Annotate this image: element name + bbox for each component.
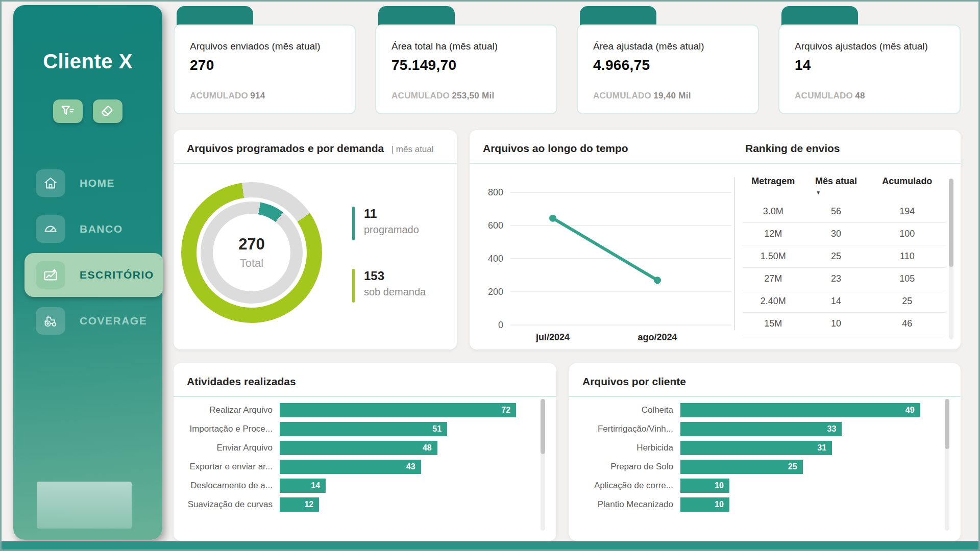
sidebar-item-banco[interactable]: BANCO: [36, 213, 149, 245]
line-series[interactable]: [553, 218, 657, 281]
bar-row: Preparo de Solo25: [582, 460, 938, 474]
donut-chart[interactable]: 270 Total: [181, 182, 322, 323]
table-cell: 56: [803, 206, 868, 217]
panel-header: Arquivos ao longo do tempo Ranking de en…: [470, 130, 961, 164]
kpi-value: 4.966,75: [593, 57, 743, 73]
scrollbar-thumb[interactable]: [541, 399, 545, 454]
bar[interactable]: 49: [680, 403, 920, 417]
bar-category-label: Plantio Mecanizado: [582, 499, 680, 510]
bar-plot-area: 31: [680, 441, 938, 455]
table-cell: 105: [869, 273, 946, 284]
bar[interactable]: 31: [680, 441, 832, 455]
column-header[interactable]: Metragem: [743, 176, 803, 187]
sidebar-item-coverage[interactable]: COVERAGE: [36, 305, 149, 337]
y-tick-label: 200: [488, 287, 503, 297]
bar[interactable]: 43: [280, 460, 421, 474]
scrollbar-thumb[interactable]: [945, 399, 949, 449]
bar-row: Enviar Arquivo48: [187, 441, 534, 455]
eraser-icon: [100, 104, 115, 119]
panel-title: Arquivos ao longo do tempo: [483, 142, 628, 154]
clear-filters-button[interactable]: [93, 99, 122, 123]
panel-header: Atividades realizadas: [174, 363, 556, 397]
bar-category-label: Herbicida: [582, 443, 680, 453]
bar[interactable]: 25: [680, 460, 803, 474]
home-icon: [36, 169, 65, 197]
kpi-accumulated: ACUMULADO253,50 Mil: [391, 91, 541, 101]
bar-value-label: 33: [827, 424, 836, 434]
kpi-label: Arquivos enviados (mês atual): [190, 41, 339, 52]
bar-plot-area: 14: [280, 479, 534, 493]
bar-value-label: 43: [406, 462, 415, 471]
kpi-card: Arquivos ajustados (mês atual) 14 ACUMUL…: [778, 24, 961, 114]
table-cell: 23: [803, 273, 868, 284]
bar-value-label: 10: [715, 481, 724, 490]
table-cell: 27M: [743, 273, 803, 284]
bar[interactable]: 33: [680, 422, 842, 436]
table-cell: 15M: [743, 318, 803, 329]
bar-plot-area: 43: [280, 460, 534, 474]
bar-row: Plantio Mecanizado10: [582, 497, 938, 512]
table-cell: 25: [869, 296, 946, 307]
bar[interactable]: 48: [280, 441, 437, 455]
sidebar-item-home[interactable]: HOME: [36, 167, 149, 199]
bar-value-label: 49: [905, 406, 915, 415]
line-chart[interactable]: 8006004002000jul/2024ago/2024: [479, 173, 737, 344]
bar[interactable]: 10: [680, 497, 729, 512]
ranking-scrollbar: [949, 179, 953, 339]
bar[interactable]: 72: [280, 403, 516, 417]
table-row[interactable]: 15M1046: [743, 313, 946, 335]
bar[interactable]: 12: [280, 497, 319, 512]
table-cell: 194: [869, 206, 946, 217]
legend-item-programado[interactable]: 11 programado: [352, 207, 426, 240]
table-row[interactable]: 12M30100: [743, 223, 946, 245]
bar-value-label: 12: [304, 500, 313, 509]
kpi-accumulated: ACUMULADO48: [795, 91, 944, 101]
legend-value: 11: [364, 207, 419, 221]
table-row[interactable]: 3.0M56194: [743, 201, 946, 223]
legend-item-sob-demanda[interactable]: 153 sob demanda: [352, 269, 426, 303]
bar[interactable]: 10: [680, 479, 729, 493]
bar[interactable]: 51: [280, 422, 447, 436]
bar[interactable]: 14: [280, 479, 326, 493]
bar-row: Fertirrigação/Vinh...33: [582, 422, 938, 436]
donut-total-value: 270: [238, 235, 265, 254]
activities-bar-chart: Realizar Arquivo72Importação e Proce...5…: [187, 403, 534, 516]
sidebar-item-escritorio[interactable]: ESCRITÓRIO: [24, 253, 163, 297]
bar-category-label: Aplicação de corre...: [582, 481, 680, 491]
panel-title: Atividades realizadas: [187, 375, 296, 387]
table-cell: 3.0M: [743, 206, 803, 217]
bar-category-label: Deslocamento de a...: [187, 481, 280, 491]
y-tick-label: 400: [488, 254, 503, 264]
kpi-card: Área total ha (mês atual) 75.149,70 ACUM…: [375, 24, 557, 114]
legend-label: programado: [364, 224, 419, 236]
data-point[interactable]: [654, 277, 661, 284]
ranking-table: MetragemMês atualAcumulado ▼ 3.0M5619412…: [743, 176, 946, 335]
filter-button[interactable]: [53, 99, 83, 123]
table-row[interactable]: 2.40M1425: [743, 290, 946, 313]
panel-divider: [734, 177, 735, 330]
y-tick-label: 0: [498, 320, 503, 330]
table-row[interactable]: 1.50M25110: [743, 245, 946, 268]
table-cell: 2.40M: [743, 296, 803, 307]
column-header[interactable]: Mês atual: [803, 176, 868, 187]
chart-icon: [36, 261, 65, 289]
sidebar-nav: HOME BANCO ESCRITÓRIO: [13, 167, 162, 337]
sort-descending-icon[interactable]: ▼: [816, 190, 821, 195]
ranking-title: Ranking de envios: [745, 142, 840, 155]
panel-subtitle: | mês atual: [391, 144, 434, 154]
column-header[interactable]: Acumulado: [869, 176, 946, 187]
clients-bar-chart: Colheita49Fertirrigação/Vinh...33Herbici…: [582, 403, 938, 516]
bar-row: Suavização de curvas12: [187, 497, 534, 512]
data-point[interactable]: [549, 215, 556, 222]
kpi-area-total: Área total ha (mês atual) 75.149,70 ACUM…: [375, 6, 557, 114]
bar-row: Deslocamento de a...14: [187, 479, 534, 493]
gauge-icon: [36, 215, 65, 243]
kpi-card: Área ajustada (mês atual) 4.966,75 ACUMU…: [577, 24, 759, 114]
table-row[interactable]: 27M23105: [743, 268, 946, 290]
panel-arquivos-cliente: Arquivos por cliente Colheita49Fertirrig…: [569, 363, 961, 541]
table-cell: 1.50M: [743, 251, 803, 262]
bottom-accent-bar: [2, 541, 978, 549]
sidebar-item-label: COVERAGE: [80, 315, 147, 327]
scrollbar-thumb[interactable]: [949, 179, 953, 267]
legend-color-bar: [352, 207, 355, 240]
